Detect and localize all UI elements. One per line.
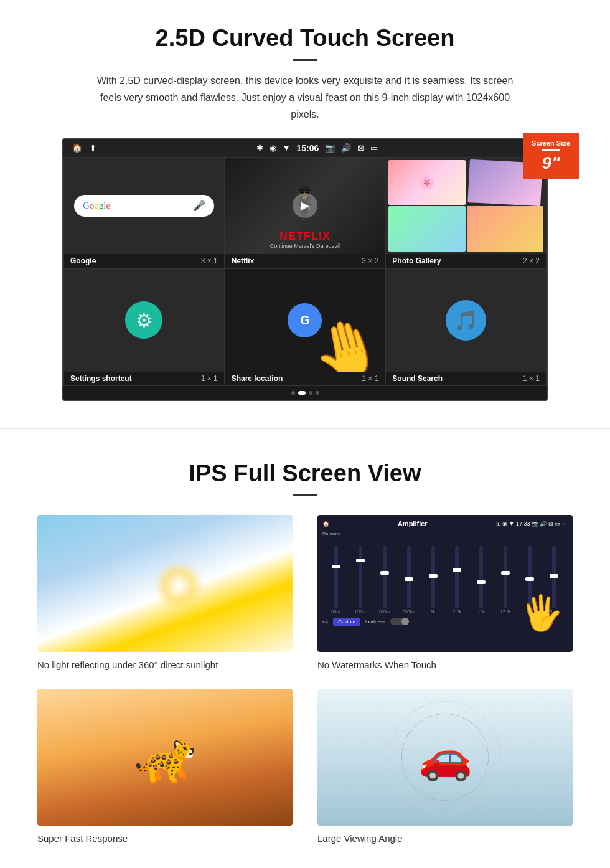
dot-2 xyxy=(298,391,306,395)
eq-track-1k xyxy=(431,546,435,608)
feature-car: 🚗 Large Viewing Angle xyxy=(317,689,573,844)
app-cell-netflix[interactable]: 🕴 ▶ NETFLIX Continue Marvel's Daredevil … xyxy=(225,157,386,268)
status-bar-left: 🏠 ⬆ xyxy=(72,143,96,153)
photo-gallery-app-size: 2 × 2 xyxy=(523,257,540,265)
eq-handle-10k[interactable] xyxy=(477,580,486,584)
eq-track-2-5k xyxy=(455,546,459,608)
cheetah-image: 🐆 xyxy=(37,689,293,826)
eq-bar-500hz: 500hz xyxy=(398,546,420,614)
feature-sunlight: No light reflecting under 360° direct su… xyxy=(37,515,293,670)
eq-track-200hz xyxy=(383,546,387,608)
app-cell-google[interactable]: Google 🎤 Google 3 × 1 xyxy=(63,157,225,268)
sound-search-app-size: 1 × 1 xyxy=(523,374,540,383)
camera-icon[interactable]: 📷 xyxy=(325,143,335,153)
mic-icon[interactable]: 🎤 xyxy=(193,200,205,212)
google-widget: Google 🎤 xyxy=(64,158,224,254)
sound-search-app-name: Sound Search xyxy=(392,374,443,383)
amp-loudness-label: loudness xyxy=(365,619,385,625)
volume-icon[interactable]: 🔊 xyxy=(341,143,351,153)
sunlight-caption: No light reflecting under 360° direct su… xyxy=(37,659,293,670)
feature-grid: No light reflecting under 360° direct su… xyxy=(37,515,573,844)
eq-handle-15k[interactable] xyxy=(525,577,534,581)
section1-title: 2.5D Curved Touch Screen xyxy=(37,25,573,52)
netflix-app-name: Netflix xyxy=(232,257,255,265)
section2-divider xyxy=(293,494,317,496)
eq-bar-60hz: 60hz xyxy=(325,546,347,614)
car-ring-inner xyxy=(401,714,489,801)
amp-home-icon: 🏠 xyxy=(322,521,329,527)
amplifier-screen: 🏠 Amplifier ⊞ ◉ ▼ 17:33 📷 🔊 ⊠ ▭ ← Balanc… xyxy=(317,515,573,652)
eq-handle-12-5k[interactable] xyxy=(501,571,510,575)
feature-image-cheetah: 🐆 xyxy=(37,689,293,826)
play-button[interactable]: ▶ xyxy=(293,193,317,218)
eq-track-60hz xyxy=(334,546,338,608)
app-cell-share-location[interactable]: G 🤚 Share location 1 × 1 xyxy=(225,268,386,386)
dot-1 xyxy=(291,391,295,395)
car-caption: Large Viewing Angle xyxy=(317,833,573,844)
signal-icon: ▼ xyxy=(283,143,291,153)
eq-handle-500hz[interactable] xyxy=(405,577,413,581)
screen-mockup-wrapper: Screen Size 9" 🏠 ⬆ ✱ ◉ ▼ 15:06 � xyxy=(37,138,573,403)
usb-icon: ⬆ xyxy=(90,143,96,153)
netflix-overlay: NETFLIX Continue Marvel's Daredevil xyxy=(225,225,385,254)
sound-search-label-bar: Sound Search 1 × 1 xyxy=(386,372,546,385)
window-icon[interactable]: ▭ xyxy=(370,143,378,153)
section-divider xyxy=(0,428,610,429)
android-screen: 🏠 ⬆ ✱ ◉ ▼ 15:06 📷 🔊 ⊠ ▭ xyxy=(62,138,548,401)
netflix-subtitle: Continue Marvel's Daredevil xyxy=(230,243,380,249)
bluetooth-icon: ✱ xyxy=(256,143,263,153)
home-icon[interactable]: 🏠 xyxy=(72,143,82,153)
amp-header: 🏠 Amplifier ⊞ ◉ ▼ 17:33 📷 🔊 ⊠ ▭ ← xyxy=(322,520,568,527)
eq-handle-200hz[interactable] xyxy=(380,571,389,575)
status-bar-center: ✱ ◉ ▼ 15:06 📷 🔊 ⊠ ▭ xyxy=(96,143,538,153)
flower-icon: 🌸 xyxy=(418,174,435,191)
cheetah-caption: Super Fast Response xyxy=(37,833,293,844)
badge-size-value: 9" xyxy=(532,153,570,173)
google-logo: Google xyxy=(83,200,110,211)
sound-search-icon: 🎵 xyxy=(446,300,486,341)
screen-icon[interactable]: ⊠ xyxy=(357,143,364,153)
eq-handle-100hz[interactable] xyxy=(356,559,365,562)
status-bar: 🏠 ⬆ ✱ ◉ ▼ 15:06 📷 🔊 ⊠ ▭ xyxy=(63,139,547,157)
screen-wrapper: Screen Size 9" 🏠 ⬆ ✱ ◉ ▼ 15:06 � xyxy=(62,138,548,401)
section-ips-screen: IPS Full Screen View No light reflecting… xyxy=(0,435,610,862)
eq-handle-60hz[interactable] xyxy=(332,565,340,568)
eq-handle-sub[interactable] xyxy=(550,574,558,578)
dot-4 xyxy=(316,391,319,395)
google-app-name: Google xyxy=(70,257,96,265)
amp-labels-row: Balance xyxy=(322,531,568,537)
amp-icons: ⊞ ◉ ▼ 17:33 📷 🔊 ⊠ ▭ ← xyxy=(496,521,568,527)
settings-app-size: 1 × 1 xyxy=(201,374,218,383)
eq-bar-10k: 10k xyxy=(470,546,492,614)
section1-description: With 2.5D curved-display screen, this de… xyxy=(93,72,517,123)
netflix-logo: NETFLIX xyxy=(230,230,380,243)
app-grid-row1: Google 🎤 Google 3 × 1 xyxy=(63,157,547,268)
eq-handle-1k[interactable] xyxy=(429,574,438,578)
loudness-toggle[interactable] xyxy=(390,618,409,625)
amp-time: 17:33 xyxy=(516,521,530,527)
app-cell-sound-search[interactable]: 🎵 Sound Search 1 × 1 xyxy=(385,268,547,386)
car-image: 🚗 xyxy=(317,689,573,826)
eq-handle-2-5k[interactable] xyxy=(453,568,461,572)
amp-custom-btn[interactable]: Custom xyxy=(333,618,360,626)
share-location-label-bar: Share location 1 × 1 xyxy=(225,372,385,385)
sky-image xyxy=(37,515,293,652)
amp-back-btn[interactable]: << xyxy=(322,619,328,625)
status-time: 15:06 xyxy=(297,143,319,153)
location-icon: ◉ xyxy=(270,143,276,153)
google-label-bar: Google 3 × 1 xyxy=(64,254,224,268)
eq-track-100hz xyxy=(359,546,362,608)
eq-track-10k xyxy=(479,546,483,608)
netflix-label-bar: Netflix 3 × 2 xyxy=(225,254,385,268)
amp-balance-label: Balance xyxy=(322,531,340,537)
feature-image-amplifier: 🏠 Amplifier ⊞ ◉ ▼ 17:33 📷 🔊 ⊠ ▭ ← Balanc… xyxy=(317,515,573,652)
cheetah-silhouette: 🐆 xyxy=(134,728,196,786)
app-cell-settings[interactable]: ⚙ Settings shortcut 1 × 1 xyxy=(63,268,225,386)
google-search-bar[interactable]: Google 🎤 xyxy=(74,195,214,217)
eq-bar-200hz: 200hz xyxy=(373,546,396,614)
photo-thumb-3 xyxy=(388,206,465,252)
eq-bar-2-5k: 2.5k xyxy=(446,546,469,614)
badge-divider xyxy=(542,149,560,151)
app-grid-row2: ⚙ Settings shortcut 1 × 1 G xyxy=(63,268,547,386)
sound-search-widget: 🎵 xyxy=(386,269,546,372)
